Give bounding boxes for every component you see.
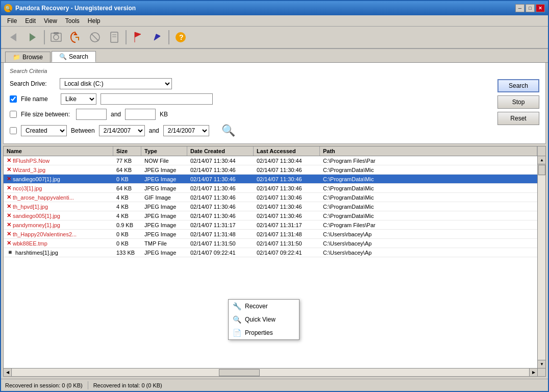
status-separator bbox=[88, 381, 88, 389]
search-button[interactable]: Search bbox=[497, 79, 539, 92]
table-row[interactable]: ✕ wbk88EE.tmp 0 KB TMP File 02/14/07 11:… bbox=[4, 239, 537, 248]
drive-select[interactable]: Local disk (C:) Local disk (D:) All loca… bbox=[60, 78, 172, 89]
table-row[interactable]: ✕ Wizard_3.jpg 64 KB JPEG Image 02/14/07… bbox=[4, 165, 537, 175]
table-row[interactable]: ✕ nco)3[1].jpg 64 KB JPEG Image 02/14/07… bbox=[4, 184, 537, 193]
file-accessed: 02/14/07 11:30:46 bbox=[254, 175, 320, 183]
file-accessed: 02/14/07 11:31:50 bbox=[254, 239, 320, 248]
file-path: C:\Users\rbacey\Ap bbox=[320, 230, 537, 238]
quickview-context-label: Quick View bbox=[245, 316, 276, 323]
file-accessed: 02/14/07 11:31:17 bbox=[254, 221, 320, 229]
table-row[interactable]: ✕ sandiego005[1].jpg 4 KB JPEG Image 02/… bbox=[4, 211, 537, 220]
erase-button[interactable] bbox=[86, 28, 104, 46]
table-row[interactable]: ✕ th_Happy20Valentines2... 0 KB JPEG Ima… bbox=[4, 230, 537, 239]
header-path[interactable]: Path bbox=[320, 146, 537, 156]
header-type[interactable]: Type bbox=[141, 146, 187, 156]
header-created[interactable]: Date Created bbox=[187, 146, 254, 156]
stop-button[interactable]: Stop bbox=[497, 95, 539, 109]
minimize-button[interactable]: ─ bbox=[515, 4, 525, 12]
tab-browse[interactable]: 📁 Browse bbox=[5, 52, 51, 62]
date-condition-select[interactable]: Created Modified Accessed bbox=[21, 125, 67, 136]
help-toolbar-button[interactable]: ? bbox=[171, 28, 190, 46]
horiz-scroll-left-button[interactable]: ◀ bbox=[4, 369, 12, 377]
bookmark-button[interactable] bbox=[105, 28, 123, 46]
pen-button[interactable] bbox=[148, 28, 166, 46]
status-session: Recovered in session: 0 (0 KB) bbox=[5, 382, 83, 388]
file-name: th_Happy20Valentines2... bbox=[13, 231, 77, 237]
filename-condition-select[interactable]: Like Equal Not like bbox=[61, 93, 96, 105]
menu-tools[interactable]: Tools bbox=[61, 16, 84, 26]
quickview-context-icon: 🔍 bbox=[233, 315, 242, 324]
file-size: 0 KB bbox=[113, 230, 141, 238]
file-size: 64 KB bbox=[113, 166, 141, 174]
filesize-checkbox[interactable] bbox=[10, 111, 17, 118]
menu-help[interactable]: Help bbox=[84, 16, 105, 26]
file-icon: ✕ bbox=[7, 157, 11, 164]
horiz-scrollbar-thumb[interactable] bbox=[219, 369, 260, 376]
table-row[interactable]: ✕ pandymoney[1].jpg 0.9 KB JPEG Image 02… bbox=[4, 220, 537, 230]
toolbar: ? bbox=[1, 27, 548, 49]
properties-context-label: Properties bbox=[245, 329, 273, 336]
filename-checkbox[interactable] bbox=[10, 95, 17, 103]
context-menu-quickview[interactable]: 🔍 Quick View bbox=[229, 313, 299, 326]
svg-point-3 bbox=[54, 35, 59, 40]
table-row[interactable]: ✕ th_arose_happyvalenti... 4 KB GIF Imag… bbox=[4, 193, 537, 202]
search-tab-label: Search bbox=[69, 53, 88, 60]
header-accessed[interactable]: Last Accessed bbox=[254, 146, 320, 156]
flag-button[interactable] bbox=[129, 28, 147, 46]
close-button[interactable]: ✕ bbox=[536, 4, 545, 12]
title-bar-buttons: ─ □ ✕ bbox=[515, 4, 545, 12]
date-to-select[interactable]: 2/14/2007 bbox=[163, 125, 209, 136]
header-size[interactable]: Size bbox=[113, 146, 141, 156]
tab-search[interactable]: 🔍 Search bbox=[52, 51, 96, 62]
table-row[interactable]: ✕ sandiego007[1].jpg 0 KB JPEG Image 02/… bbox=[4, 175, 537, 184]
filename-input[interactable]: *.* bbox=[101, 93, 213, 105]
file-size: 4 KB bbox=[113, 203, 141, 211]
menu-file[interactable]: File bbox=[3, 16, 21, 26]
file-path: C:\ProgramData\Mic bbox=[320, 166, 537, 174]
file-size: 0 KB bbox=[113, 239, 141, 248]
menu-view[interactable]: View bbox=[40, 16, 61, 26]
file-accessed: 02/14/07 11:30:46 bbox=[254, 166, 320, 174]
file-name: Wizard_3.jpg bbox=[13, 167, 45, 173]
reset-button[interactable]: Reset bbox=[497, 112, 539, 125]
horiz-scroll-right-button[interactable]: ▶ bbox=[529, 369, 537, 377]
file-type: JPEG Image bbox=[141, 184, 187, 192]
photo-button[interactable] bbox=[47, 28, 65, 46]
toolbar-separator-1 bbox=[44, 30, 45, 44]
table-row[interactable]: ✕ th_hpvd[1].jpg 4 KB JPEG Image 02/14/0… bbox=[4, 202, 537, 211]
file-accessed: 02/14/07 11:30:46 bbox=[254, 203, 320, 211]
context-menu-properties[interactable]: 📄 Properties bbox=[229, 326, 299, 339]
date-checkbox[interactable] bbox=[10, 127, 17, 134]
scrollbar-thumb[interactable] bbox=[538, 165, 545, 175]
file-size: 77 KB bbox=[113, 157, 141, 165]
recover-toolbar-button[interactable] bbox=[66, 28, 85, 46]
menu-edit[interactable]: Edit bbox=[21, 16, 40, 26]
file-path: C:\ProgramData\Mic bbox=[320, 184, 537, 192]
content-area: 📁 Browse 🔍 Search Search Criteria Search… bbox=[1, 49, 548, 391]
file-size: 133 KB bbox=[113, 249, 141, 257]
header-name[interactable]: Name bbox=[4, 146, 113, 156]
scrollbar-up-button[interactable]: ▲ bbox=[538, 156, 545, 164]
filesize-min-input[interactable]: 0 bbox=[76, 109, 107, 120]
file-icon: ✕ bbox=[7, 240, 11, 247]
search-panel: Search Criteria Search Drive: Local disk… bbox=[3, 63, 546, 144]
date-from-select[interactable]: 2/14/2007 bbox=[99, 125, 145, 136]
context-menu-recover[interactable]: 🔧 Recover bbox=[229, 300, 299, 313]
forward-button[interactable] bbox=[23, 28, 42, 46]
filesize-row: File size between: 0 and 100 KB bbox=[10, 109, 487, 120]
back-button[interactable] bbox=[4, 28, 22, 46]
scrollbar-down-button[interactable]: ▼ bbox=[538, 360, 545, 368]
file-name: pandymoney[1].jpg bbox=[13, 222, 60, 228]
file-created: 02/14/07 11:30:46 bbox=[187, 193, 254, 202]
tab-area: 📁 Browse 🔍 Search bbox=[1, 49, 548, 63]
and-label-2: and bbox=[149, 127, 159, 134]
file-path: C:\Program Files\Par bbox=[320, 221, 537, 229]
filesize-max-input[interactable]: 100 bbox=[125, 109, 156, 120]
file-size: 0.9 KB bbox=[113, 221, 141, 229]
file-size: 4 KB bbox=[113, 193, 141, 202]
table-row[interactable]: ✕ flFlushPS.Now 77 KB NOW File 02/14/07 … bbox=[4, 156, 537, 165]
svg-marker-1 bbox=[30, 33, 36, 41]
drive-label: Search Drive: bbox=[10, 80, 56, 87]
table-row[interactable]: ◾ harshtimes[1].jpg 133 KB JPEG Image 02… bbox=[4, 248, 537, 257]
restore-button[interactable]: □ bbox=[526, 4, 535, 12]
